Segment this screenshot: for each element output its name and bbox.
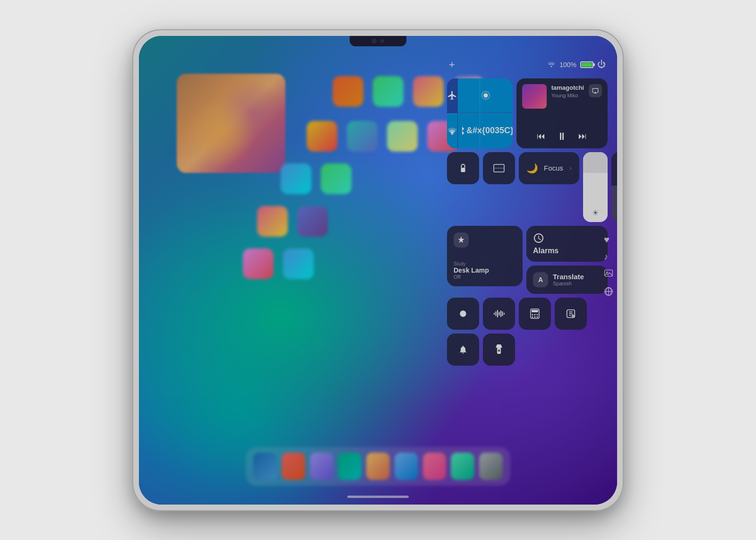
side-button-top[interactable]: [129, 114, 132, 143]
battery-icon: [580, 61, 593, 68]
svg-rect-28: [605, 270, 613, 276]
np-controls: ⏮ ⏸ ⏭: [522, 130, 602, 143]
svg-point-17: [537, 314, 538, 315]
mirror-button[interactable]: [483, 152, 515, 184]
alarms-icon: [533, 232, 544, 247]
signal-icon-button[interactable]: [604, 287, 613, 298]
wallpaper-icon-1: [333, 76, 363, 107]
side-button-volume-up[interactable]: [129, 157, 132, 195]
volume-slider[interactable]: [611, 152, 617, 222]
volume-fill: [611, 186, 617, 222]
bluetooth-button[interactable]: &#x{0035C}: [458, 113, 513, 148]
wallpaper-icon-2: [373, 76, 404, 107]
bell-button[interactable]: [447, 334, 479, 366]
quick-note-button[interactable]: [555, 298, 587, 330]
brightness-track: [583, 152, 608, 173]
photo-widget: [177, 74, 285, 173]
wallpaper-icon-12: [297, 206, 328, 237]
np-prev-button[interactable]: ⏮: [537, 131, 545, 141]
dock-icon-7[interactable]: [423, 453, 447, 480]
np-info: tamagotchi Young Miko: [551, 84, 584, 99]
alarms-tile[interactable]: Alarms: [526, 226, 608, 262]
camera-bar: [350, 36, 406, 46]
record-button[interactable]: [447, 298, 479, 330]
svg-rect-9: [499, 312, 500, 316]
dock-icon-9[interactable]: [479, 453, 503, 480]
power-icon: ⏻: [597, 60, 606, 69]
cc-middle-row: 🌙 Focus › ☀: [447, 152, 608, 222]
translate-sublabel: Spanish: [553, 281, 584, 286]
np-artist-name: Young Miko: [551, 93, 584, 98]
brightness-icon: ☀: [592, 208, 599, 217]
dock-icon-5[interactable]: [366, 453, 390, 480]
battery-percentage: 100%: [559, 61, 576, 69]
np-next-button[interactable]: ⏭: [578, 131, 587, 141]
airdrop-button[interactable]: [458, 78, 513, 113]
svg-point-18: [532, 316, 533, 317]
wallpaper-icon-11: [257, 206, 288, 237]
side-button-volume-down[interactable]: [129, 204, 132, 242]
photo-icon-button[interactable]: [604, 268, 613, 280]
svg-rect-12: [504, 313, 505, 315]
dock-icon-4[interactable]: [338, 453, 361, 480]
svg-point-16: [534, 314, 536, 315]
dock-icon-3[interactable]: [310, 453, 334, 480]
sliders-group: ☀: [583, 152, 617, 222]
svg-point-27: [498, 349, 500, 351]
svg-point-0: [483, 94, 488, 98]
cc-left-col: 🌙 Focus ›: [447, 152, 579, 222]
alarms-label: Alarms: [533, 247, 558, 255]
desk-lamp-category: Study: [454, 261, 489, 266]
dock-icon-8[interactable]: [451, 453, 474, 480]
tablet-container: + 100% ⏻: [132, 29, 624, 511]
flashlight-button[interactable]: [483, 334, 515, 366]
wallpaper-icon-6: [347, 121, 378, 152]
brightness-slider[interactable]: ☀: [583, 152, 608, 222]
connectivity-group: &#x{0035C}: [447, 78, 513, 148]
svg-rect-10: [500, 310, 501, 317]
battery-fill: [582, 63, 592, 67]
np-top: tamagotchi Young Miko: [522, 84, 602, 127]
desk-lamp-status: Off: [454, 274, 489, 280]
np-artwork: [522, 84, 547, 109]
tablet-screen: + 100% ⏻: [139, 36, 617, 505]
calculator-button[interactable]: [519, 298, 551, 330]
focus-button[interactable]: 🌙 Focus ›: [519, 152, 579, 184]
svg-point-5: [460, 310, 466, 317]
music-note-icon-button[interactable]: ♪: [604, 252, 613, 262]
svg-rect-2: [461, 168, 465, 172]
wallpaper-icon-9: [281, 163, 311, 194]
svg-point-20: [537, 316, 538, 317]
dock-icon-2[interactable]: [282, 453, 305, 480]
dock-icon-1[interactable]: [253, 453, 277, 480]
side-icons-group: ♥ ♪: [604, 234, 613, 298]
camera-dot: [380, 39, 384, 43]
waveform-button[interactable]: [483, 298, 515, 330]
svg-point-15: [532, 314, 533, 315]
cc-row-1: &#x{0035C} tamagotchi Young Miko: [447, 78, 608, 148]
translate-label: Translate: [553, 273, 584, 281]
focus-label: Focus: [544, 164, 563, 172]
lock-rotation-button[interactable]: [447, 152, 479, 184]
wallpaper-icon-10: [321, 163, 352, 194]
heart-icon-button[interactable]: ♥: [604, 234, 613, 245]
control-center: + 100% ⏻: [447, 55, 608, 366]
svg-rect-7: [496, 311, 497, 316]
airplay-button[interactable]: [589, 84, 602, 97]
lock-mirror-row: 🌙 Focus ›: [447, 152, 579, 184]
svg-rect-11: [502, 311, 503, 316]
np-play-pause-button[interactable]: ⏸: [557, 130, 567, 143]
wallpaper-icon-7: [387, 121, 418, 152]
desk-lamp-labels: Study Desk Lamp Off: [454, 261, 489, 280]
bottom-row-1: [447, 298, 608, 330]
add-widget-button[interactable]: +: [449, 59, 455, 71]
airplane-mode-button[interactable]: [447, 78, 457, 113]
translate-icon: A: [533, 272, 548, 287]
wifi-button[interactable]: [447, 113, 457, 148]
desk-lamp-tile[interactable]: Study Desk Lamp Off: [447, 226, 523, 286]
camera-lens: [372, 39, 377, 43]
translate-tile[interactable]: A Translate Spanish: [526, 266, 608, 294]
focus-chevron-icon: ›: [570, 165, 572, 171]
svg-point-29: [606, 271, 608, 273]
dock-icon-6[interactable]: [395, 453, 418, 480]
